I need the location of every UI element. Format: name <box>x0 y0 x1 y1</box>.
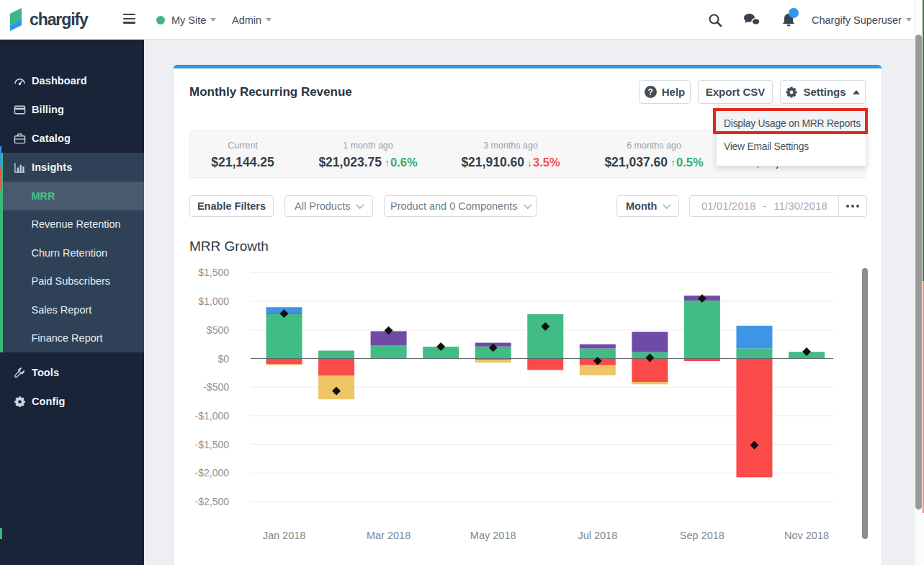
gauge-icon <box>14 75 26 87</box>
components-dropdown[interactable]: Product and 0 Components <box>384 195 537 217</box>
bar-segment-purple <box>580 344 616 349</box>
bar-segment-red <box>736 359 772 478</box>
chargify-logo[interactable]: chargify <box>9 7 88 32</box>
user-menu[interactable]: Chargify Superuser <box>812 0 912 40</box>
sidebar-subitem-churn-retention[interactable]: Churn Retention <box>3 239 144 267</box>
y-axis-tick-label: -$500 <box>203 381 229 393</box>
bar-chart-icon <box>14 161 26 174</box>
question-mark-icon: ? <box>645 86 657 98</box>
stat-1-month-ago: 1 month ago $21,023.75↑0.6% <box>289 131 447 177</box>
bar-segment-green <box>736 349 772 359</box>
search-icon[interactable] <box>707 0 723 40</box>
chat-icon[interactable] <box>743 0 761 40</box>
window-scrollbar-thumb[interactable] <box>915 35 922 510</box>
chevron-down-icon <box>663 200 671 208</box>
sidebar-item-tools[interactable]: Tools <box>0 358 144 387</box>
y-axis-tick-label: -$2,500 <box>195 496 230 507</box>
card-accent-bar <box>174 65 882 68</box>
admin-menu[interactable]: Admin <box>232 0 272 40</box>
y-axis-tick-label: $500 <box>207 324 229 336</box>
y-axis-tick-label: $1,500 <box>198 267 229 278</box>
interval-dropdown[interactable]: Month <box>616 195 679 217</box>
bar-segment-green <box>684 301 720 358</box>
sidebar-subitem-revenue-retention[interactable]: Revenue Retention <box>3 210 144 239</box>
bar-segment-purple <box>632 332 668 352</box>
bar-segment-yellow <box>475 360 511 362</box>
x-axis-tick-label: Jul 2018 <box>578 530 617 541</box>
date-start-input[interactable]: 01/01/2018 <box>690 200 756 212</box>
arrow-down-icon: ↓ <box>527 157 532 169</box>
settings-button[interactable]: Settings <box>780 80 866 104</box>
y-axis-tick-label: -$2,000 <box>195 467 230 479</box>
bar-segment-red <box>318 359 354 376</box>
arrow-up-icon: ↑ <box>385 157 390 169</box>
sidebar-item-catalog[interactable]: Catalog <box>0 124 144 153</box>
user-name: Chargify Superuser <box>812 14 902 26</box>
menu-item-view-email-settings[interactable]: View Email Settings <box>717 135 866 158</box>
gear-icon <box>786 86 797 98</box>
sidebar-subitem-finance-report[interactable]: Finance Report <box>3 324 144 353</box>
chevron-down-icon <box>266 18 272 22</box>
bar-segment-red <box>266 359 302 365</box>
chevron-down-icon <box>210 18 216 22</box>
bar-segment-green <box>318 351 354 359</box>
bar-segment-yellow <box>266 364 302 365</box>
sidebar-insights-group: Insights MRR Revenue Retention Churn Ret… <box>0 153 144 352</box>
top-navbar: chargify My Site Admin Chargify Superuse… <box>0 0 924 40</box>
screen-edge-artifact-left-green <box>0 528 2 539</box>
sidebar-subitem-mrr[interactable]: MRR <box>3 182 144 210</box>
gear-icon <box>14 396 26 408</box>
bar-segment-blue <box>736 326 772 349</box>
hamburger-menu-icon[interactable] <box>123 14 135 25</box>
y-axis-tick-label: -$1,500 <box>195 439 230 450</box>
notification-badge <box>789 8 799 18</box>
bar-segment-yellow <box>580 365 616 375</box>
menu-item-display-usage[interactable]: Display Usage on MRR Reports <box>717 112 866 135</box>
logo-wordmark: chargify <box>30 10 88 30</box>
y-axis-tick-label: $0 <box>217 353 229 365</box>
sidebar-item-billing[interactable]: Billing <box>0 95 144 124</box>
stat-3-months-ago: 3 months ago $21,910.60↓3.5% <box>431 131 590 177</box>
chargify-app: chargify My Site Admin Chargify Superuse… <box>0 0 924 565</box>
sidebar-item-insights[interactable]: Insights <box>3 153 144 182</box>
y-axis-tick-label: $1,000 <box>198 295 229 307</box>
date-range-control[interactable]: 01/01/2018 - 11/30/2018 <box>689 195 867 217</box>
x-axis-tick-label: Sep 2018 <box>680 530 725 541</box>
enable-filters-button[interactable]: Enable Filters <box>189 195 274 217</box>
card-scrollbar-thumb[interactable] <box>862 268 868 539</box>
date-end-input[interactable]: 11/30/2018 <box>773 200 827 212</box>
briefcase-icon <box>14 133 26 145</box>
chevron-down-icon <box>524 200 531 208</box>
site-switcher[interactable]: My Site <box>156 0 216 40</box>
sidebar-subitem-paid-subscribers[interactable]: Paid Subscribers <box>3 267 144 296</box>
settings-dropdown-menu: Display Usage on MRR Reports View Email … <box>716 105 866 166</box>
x-axis-tick-label: May 2018 <box>470 530 516 541</box>
more-options-button[interactable] <box>838 196 866 216</box>
x-axis-tick-label: Mar 2018 <box>367 530 411 541</box>
sidebar: Dashboard Billing Catalog Insights MRR R… <box>0 40 144 565</box>
bar-segment-green <box>527 314 563 358</box>
site-name: My Site <box>171 14 206 26</box>
arrow-up-icon: ↑ <box>670 157 676 169</box>
export-csv-button[interactable]: Export CSV <box>698 80 773 104</box>
bar-segment-green <box>266 313 302 358</box>
screen-edge-artifact-left-blue <box>0 146 1 168</box>
y-axis-tick-label: -$1,000 <box>195 410 230 422</box>
sidebar-item-config[interactable]: Config <box>0 387 144 416</box>
credit-card-icon <box>14 104 26 116</box>
report-title: Monthly Recurring Revenue <box>189 85 352 99</box>
sidebar-item-dashboard[interactable]: Dashboard <box>0 66 144 95</box>
stat-6-months-ago: 6 months ago $21,037.60↑0.5% <box>575 131 733 177</box>
sidebar-subitem-sales-report[interactable]: Sales Report <box>3 295 144 324</box>
chevron-up-icon <box>853 90 860 94</box>
site-status-dot <box>156 16 165 25</box>
all-products-dropdown[interactable]: All Products <box>284 195 373 217</box>
admin-label: Admin <box>232 14 261 26</box>
help-button[interactable]: ? Help <box>639 80 691 104</box>
x-axis-tick-label: Jan 2018 <box>263 530 306 541</box>
notifications-bell-icon[interactable] <box>781 0 797 40</box>
x-axis-tick-label: Nov 2018 <box>784 530 829 541</box>
ellipsis-icon <box>845 205 861 208</box>
mrr-growth-chart: $1,500$1,000$500$0-$500-$1,000-$1,500-$2… <box>174 231 882 565</box>
chargify-logo-icon <box>9 7 27 32</box>
